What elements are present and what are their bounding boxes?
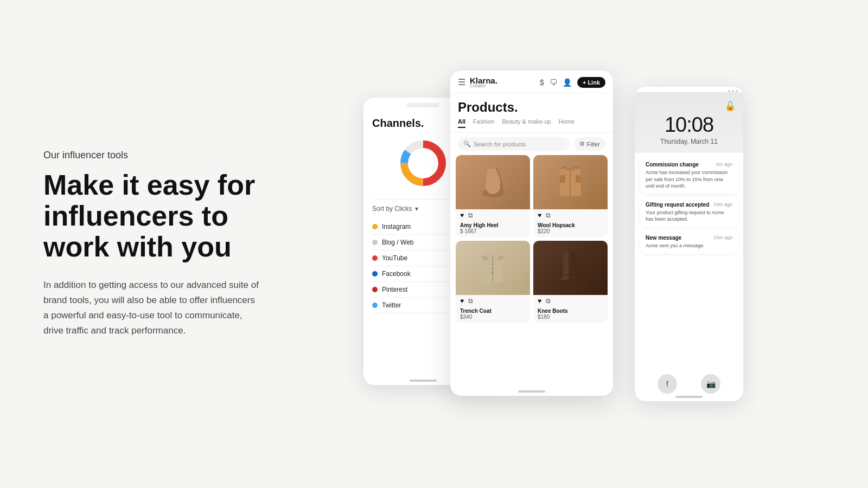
- search-placeholder: Search for products: [474, 141, 526, 147]
- notif-title-1: Commission change: [646, 162, 699, 168]
- profile-icon[interactable]: 👤: [563, 78, 572, 87]
- right-column: Channels.: [282, 0, 825, 488]
- copy-icon-3[interactable]: ⧉: [468, 297, 473, 305]
- product-actions-2: ♥ ⧉: [533, 209, 608, 219]
- svg-rect-6: [560, 175, 565, 183]
- product-image-coat: [533, 155, 608, 209]
- tab-all[interactable]: All: [458, 118, 465, 128]
- mockups-container: Channels.: [363, 70, 743, 418]
- home-indicator-3: [675, 396, 703, 398]
- copy-icon-2[interactable]: ⧉: [546, 211, 551, 219]
- home-indicator-1: [410, 380, 437, 382]
- channel-dot-instagram: [372, 224, 378, 229]
- header-icons: $ 🗨 👤 + Link: [540, 77, 605, 88]
- facebook-icon[interactable]: f: [658, 374, 677, 394]
- channel-name-blog: Blog / Web: [382, 239, 458, 246]
- product-info-1: Amy High Heel $ 1667: [456, 219, 530, 237]
- heart-icon-4[interactable]: ♥: [538, 297, 541, 305]
- svg-rect-11: [563, 252, 569, 276]
- product-price-1: $ 1667: [460, 228, 526, 234]
- lock-time: 10:08: [642, 113, 736, 137]
- product-name-2: Wool Hopsack: [538, 222, 603, 228]
- lock-date: Thursday, March 11: [642, 138, 736, 145]
- home-indicator-2: [518, 390, 545, 393]
- status-dot-2: [732, 90, 734, 92]
- products-tabs: All Fashion Beauty & make-up Home: [450, 118, 613, 133]
- channel-dot-pinterest: [372, 287, 378, 292]
- product-info-4: Knee Boots $180: [533, 305, 608, 323]
- svg-point-10: [492, 272, 494, 274]
- main-heading: Make it easy for influencers to work wit…: [43, 170, 260, 263]
- channel-name-youtube: YouTube: [382, 254, 458, 262]
- filter-icon: ⚙: [579, 140, 585, 147]
- heart-icon-3[interactable]: ♥: [460, 297, 464, 305]
- klarna-logo-block: Klarna. Creator: [470, 76, 497, 88]
- page-wrapper: Our influencer tools Make it easy for in…: [0, 0, 868, 488]
- notification-3: New message 15m ago Acme sent you a mess…: [640, 230, 738, 254]
- sort-label: Sort by Clicks: [372, 205, 412, 213]
- section-label: Our influencer tools: [43, 150, 260, 161]
- tab-fashion[interactable]: Fashion: [473, 118, 494, 128]
- filter-label: Filter: [587, 141, 600, 147]
- notif-time-3: 15m ago: [713, 235, 732, 241]
- channel-dot-youtube: [372, 255, 378, 261]
- product-price-2: $220: [538, 228, 603, 234]
- search-icon: 🔍: [463, 140, 471, 147]
- products-title: Products.: [450, 93, 613, 118]
- heart-icon-1[interactable]: ♥: [460, 211, 464, 219]
- klarna-creator: Creator: [470, 83, 497, 88]
- notification-1: Commission change 5m ago Acme has increa…: [640, 157, 738, 194]
- heart-icon-2[interactable]: ♥: [538, 211, 541, 219]
- notif-header-2: Gifting request accepted 10m ago: [646, 202, 732, 208]
- notif-title-3: New message: [646, 235, 681, 241]
- tab-beauty[interactable]: Beauty & make-up: [502, 118, 551, 128]
- notif-time-1: 5m ago: [716, 162, 732, 168]
- tab-home[interactable]: Home: [559, 118, 575, 128]
- notif-body-3: Acme sent you a message.: [646, 242, 732, 249]
- product-info-3: Trench Coat $340: [456, 305, 530, 323]
- products-grid: ♥ ⧉ Amy High Heel $ 1667: [450, 155, 613, 329]
- phone-bar-1: [407, 103, 439, 107]
- search-box[interactable]: 🔍 Search for products: [458, 137, 570, 151]
- copy-icon-1[interactable]: ⧉: [468, 211, 473, 219]
- channel-dot-facebook: [372, 271, 378, 277]
- copy-icon-4[interactable]: ⧉: [546, 297, 551, 305]
- link-button-label: + Link: [583, 79, 600, 86]
- notif-header-3: New message 15m ago: [646, 235, 732, 241]
- phone-lockscreen: 🔓 10:08 Thursday, March 11 Commission ch…: [635, 87, 743, 401]
- menu-icon[interactable]: ☰: [458, 77, 465, 87]
- notif-header-1: Commission change 5m ago: [646, 162, 732, 168]
- notif-time-2: 10m ago: [713, 202, 732, 208]
- coat-svg: [556, 163, 585, 201]
- svg-rect-7: [576, 175, 581, 183]
- channel-name-instagram: Instagram: [382, 223, 455, 230]
- notif-title-2: Gifting request accepted: [646, 202, 709, 208]
- status-bar: [635, 87, 743, 92]
- filter-button[interactable]: ⚙ Filter: [574, 137, 605, 151]
- link-button[interactable]: + Link: [577, 77, 605, 88]
- product-card-1: ♥ ⧉ Amy High Heel $ 1667: [456, 155, 530, 237]
- dollar-icon[interactable]: $: [540, 78, 544, 87]
- lockscreen-bottom: f 📷: [635, 374, 743, 394]
- boot-svg: [480, 163, 507, 201]
- product-info-2: Wool Hopsack $220: [533, 219, 608, 237]
- camera-icon[interactable]: 📷: [701, 374, 720, 394]
- product-name-1: Amy High Heel: [460, 222, 526, 228]
- product-image-boot: [456, 155, 530, 209]
- product-card-3: ♥ ⧉ Trench Coat $340: [456, 241, 530, 323]
- boots2-svg: [556, 249, 585, 287]
- sort-chevron: ▾: [415, 205, 418, 213]
- product-name-4: Knee Boots: [538, 308, 603, 314]
- jacket-svg: [478, 249, 508, 287]
- channel-dot-blog: [372, 240, 378, 245]
- phone-products: ☰ Klarna. Creator $ 🗨 👤 + Link Produ: [450, 70, 613, 396]
- notification-2: Gifting request accepted 10m ago Your pr…: [640, 197, 738, 227]
- svg-rect-12: [571, 252, 576, 276]
- product-card-4: ♥ ⧉ Knee Boots $180: [533, 241, 608, 323]
- klarna-header: ☰ Klarna. Creator $ 🗨 👤 + Link: [450, 70, 613, 93]
- notif-body-2: Your product gifting request to Acme has…: [646, 209, 732, 223]
- notifications-area: Commission change 5m ago Acme has increa…: [635, 153, 743, 258]
- svg-point-9: [492, 268, 494, 269]
- status-dot-3: [736, 90, 738, 92]
- chat-icon[interactable]: 🗨: [550, 78, 557, 87]
